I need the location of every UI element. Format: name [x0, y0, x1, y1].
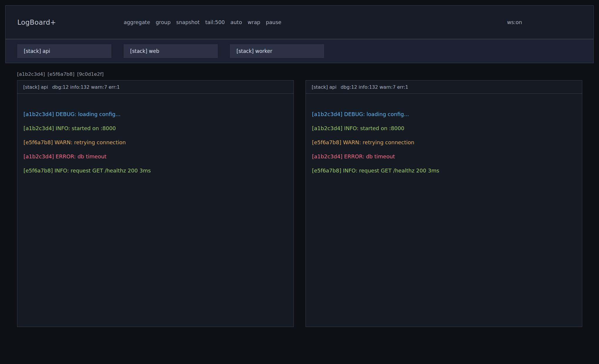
log-scroll-area[interactable]: [a1b2c3d4] DEBUG: loading config... [a1b… — [306, 94, 582, 184]
menu-item-pause[interactable]: pause — [266, 19, 281, 25]
menu-item-wrap[interactable]: wrap — [248, 19, 260, 25]
log-line: [e5f6a7b8] INFO: request GET /healthz 20… — [312, 164, 576, 178]
menu-item-auto[interactable]: auto — [230, 19, 242, 25]
log-line: [e5f6a7b8] WARN: retrying connection — [312, 135, 576, 150]
log-line: [a1b2c3d4] ERROR: db timeout — [24, 150, 288, 164]
panel-header: [stack] api dbg:12 info:132 warn:7 err:1 — [306, 80, 582, 94]
page-title: LogBoard+ — [17, 19, 124, 26]
ws-status-toggle[interactable]: ws:on — [507, 19, 522, 25]
log-line: [e5f6a7b8] INFO: request GET /healthz 20… — [24, 164, 288, 178]
app-header: LogBoard+ aggregate group snapshot tail:… — [5, 5, 594, 63]
panel-title: [stack] api — [312, 84, 336, 90]
panel-level-counts: dbg:12 info:132 warn:7 err:1 — [340, 84, 408, 90]
log-scroll-area[interactable]: [a1b2c3d4] DEBUG: loading config... [a1b… — [17, 94, 293, 184]
log-line: [a1b2c3d4] ERROR: db timeout — [312, 150, 576, 164]
log-line: [e5f6a7b8] WARN: retrying connection — [24, 135, 288, 150]
stack-tab-row: [stack] api [stack] web [stack] worker — [6, 39, 593, 63]
panel-level-counts: dbg:12 info:132 warn:7 err:1 — [52, 84, 120, 90]
log-panel-left: [stack] api dbg:12 info:132 warn:7 err:1… — [17, 80, 294, 327]
panel-header: [stack] api dbg:12 info:132 warn:7 err:1 — [17, 80, 293, 94]
trace-filter-breadcrumb: [a1b2c3d4] [e5f6a7b8] [9c0d1e2f] — [17, 71, 582, 77]
menu-item-snapshot[interactable]: snapshot — [176, 19, 200, 25]
menu-item-group[interactable]: group — [156, 19, 171, 25]
filter-chip-e5f6a7b8[interactable]: [e5f6a7b8] — [48, 71, 74, 77]
menu-item-tail[interactable]: tail:500 — [205, 19, 225, 25]
menu-item-aggregate[interactable]: aggregate — [124, 19, 150, 25]
filter-chip-a1b2c3d4[interactable]: [a1b2c3d4] — [17, 71, 45, 77]
tab-stack-web[interactable]: [stack] web — [124, 44, 218, 58]
toolbar-menu: aggregate group snapshot tail:500 auto w… — [124, 19, 281, 25]
log-line: [a1b2c3d4] INFO: started on :8000 — [24, 121, 288, 135]
log-line: [a1b2c3d4] INFO: started on :8000 — [312, 121, 576, 135]
tab-stack-api[interactable]: [stack] api — [17, 44, 111, 58]
log-line: [a1b2c3d4] DEBUG: loading config... — [24, 107, 288, 121]
filter-chip-9c0d1e2f[interactable]: [9c0d1e2f] — [77, 71, 103, 77]
log-panels: [stack] api dbg:12 info:132 warn:7 err:1… — [17, 80, 582, 327]
log-panel-right: [stack] api dbg:12 info:132 warn:7 err:1… — [306, 80, 582, 327]
tab-stack-worker[interactable]: [stack] worker — [230, 44, 324, 58]
log-line: [a1b2c3d4] DEBUG: loading config... — [312, 107, 576, 121]
panel-title: [stack] api — [23, 84, 48, 90]
header-toolbar: LogBoard+ aggregate group snapshot tail:… — [6, 6, 593, 39]
